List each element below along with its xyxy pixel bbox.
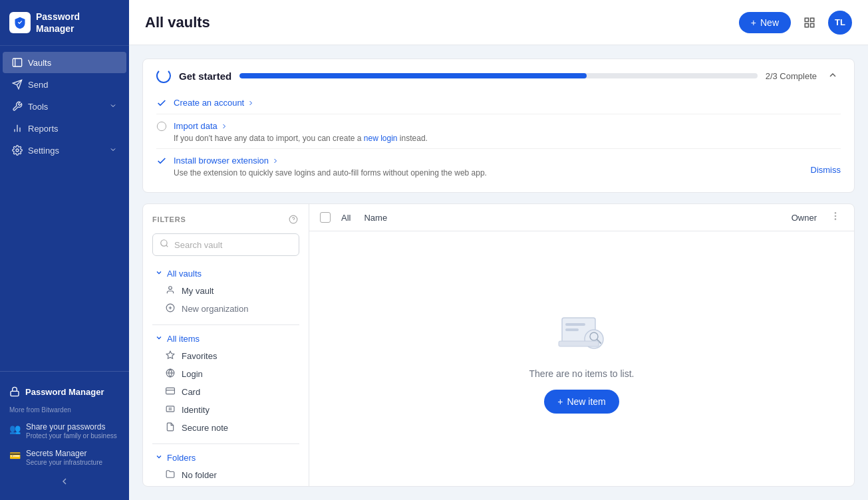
sidebar-item-reports[interactable]: Reports <box>3 118 126 139</box>
task-check-empty-icon <box>156 121 167 132</box>
all-vaults-header[interactable]: All vaults <box>152 265 299 282</box>
sidebar-item-send[interactable]: Send <box>3 74 126 95</box>
dismiss-button[interactable]: Dismiss <box>811 162 841 178</box>
get-started-header: Get started 2/3 Complete <box>156 68 841 83</box>
page-title: All vaults <box>145 14 210 31</box>
new-item-plus-icon: + <box>557 396 563 407</box>
task-check-done-icon <box>156 98 167 108</box>
avatar-button[interactable]: TL <box>828 11 852 35</box>
filter-section-items: All items Favorites Login <box>152 330 299 437</box>
grid-view-button[interactable] <box>797 11 821 35</box>
new-login-link[interactable]: new login <box>364 134 398 143</box>
sidebar-item-send-label: Send <box>28 80 48 90</box>
sidebar-footer: Password Manager More from Bitwarden 👥 S… <box>0 371 129 500</box>
sidebar-item-tools[interactable]: Tools <box>3 96 126 117</box>
new-item-button[interactable]: + New item <box>544 390 619 414</box>
filter-card[interactable]: Card <box>152 383 299 401</box>
import-data-desc-suffix: instead. <box>400 134 428 143</box>
filter-divider-1 <box>152 324 299 325</box>
secrets-manager-icon: 💳 <box>9 450 21 461</box>
search-box[interactable] <box>152 233 299 256</box>
share-passwords-text: Share your passwords Protect your family… <box>26 422 117 439</box>
progress-bar-fill <box>239 73 587 78</box>
filter-favorites[interactable]: Favorites <box>152 347 299 365</box>
folders-header[interactable]: Folders <box>152 449 299 466</box>
svg-point-13 <box>157 122 166 130</box>
collapse-get-started-button[interactable] <box>825 70 841 82</box>
new-button-label: New <box>760 17 779 28</box>
filter-secure-note[interactable]: Secure note <box>152 419 299 437</box>
tools-icon <box>12 101 23 112</box>
lower-content-row: FILTERS <box>142 203 855 487</box>
filter-no-folder[interactable]: No folder <box>152 466 299 484</box>
progress-spinner <box>156 68 171 83</box>
select-all-checkbox[interactable] <box>320 212 331 223</box>
avatar-initials: TL <box>835 17 845 27</box>
search-icon <box>160 239 169 251</box>
create-account-link[interactable]: Create an account <box>174 98 255 108</box>
import-data-link[interactable]: Import data <box>174 121 228 131</box>
svg-rect-25 <box>166 388 175 394</box>
filter-new-organization[interactable]: New organization <box>152 300 299 318</box>
search-input[interactable] <box>174 240 292 250</box>
main-area: All vaults + New TL Get started 2 <box>129 0 868 500</box>
filter-login[interactable]: Login <box>152 365 299 383</box>
col-name-label: Name <box>364 213 780 223</box>
bitwarden-logo <box>9 12 31 33</box>
share-passwords-promo[interactable]: 👥 Share your passwords Protect your fami… <box>0 418 129 444</box>
sidebar-item-settings[interactable]: Settings <box>3 140 126 161</box>
secrets-manager-sub: Secure your infrastructure <box>26 459 102 466</box>
task-import-data-content: Import data If you don't have any data t… <box>174 120 841 143</box>
collapse-sidebar-button[interactable] <box>0 471 129 492</box>
svg-rect-11 <box>805 23 808 27</box>
no-folder-label: No folder <box>182 470 217 480</box>
new-button[interactable]: + New <box>739 12 791 33</box>
task-install-extension-content: Install browser extension Use the extens… <box>174 154 804 178</box>
task-check-done-icon-2 <box>156 156 167 166</box>
svg-point-18 <box>169 287 172 290</box>
plus-icon: + <box>751 17 756 28</box>
items-chevron-icon <box>155 334 163 344</box>
topbar-actions: + New TL <box>739 11 852 35</box>
content-area: Get started 2/3 Complete Create an accou… <box>129 45 868 500</box>
lock-icon <box>9 386 20 397</box>
col-owner-label: Owner <box>792 213 817 223</box>
install-extension-link[interactable]: Install browser extension <box>174 156 279 166</box>
empty-text: There are no items to list. <box>529 368 635 379</box>
share-passwords-icon: 👥 <box>9 424 21 434</box>
filter-section-vaults: All vaults My vault New organization <box>152 265 299 318</box>
filter-my-vault[interactable]: My vault <box>152 282 299 300</box>
svg-marker-22 <box>166 351 174 358</box>
sidebar-title: Password Manager <box>36 11 120 35</box>
favorites-label: Favorites <box>182 351 217 361</box>
filters-header: FILTERS <box>152 213 299 225</box>
sidebar-footer-password-manager: Password Manager <box>0 380 129 404</box>
svg-rect-9 <box>805 18 808 21</box>
new-organization-label: New organization <box>182 304 248 314</box>
svg-point-16 <box>161 240 167 246</box>
more-options-icon[interactable] <box>827 211 843 224</box>
secrets-manager-label: Secrets Manager <box>26 449 102 458</box>
import-data-link-text: Import data <box>174 121 217 131</box>
secure-note-icon <box>166 422 176 434</box>
all-items-header[interactable]: All items <box>152 330 299 347</box>
secrets-manager-promo[interactable]: 💳 Secrets Manager Secure your infrastruc… <box>0 444 129 471</box>
filter-identity[interactable]: Identity <box>152 401 299 419</box>
more-from-label: More from Bitwarden <box>0 404 129 418</box>
filters-help-icon[interactable] <box>287 213 299 225</box>
filters-panel: FILTERS <box>143 204 309 486</box>
topbar: All vaults + New TL <box>129 0 868 45</box>
send-icon <box>12 79 23 90</box>
progress-label: 2/3 Complete <box>766 71 817 81</box>
star-icon <box>166 350 176 362</box>
login-label: Login <box>182 369 203 379</box>
vaults-chevron-icon <box>155 269 163 279</box>
my-vault-label: My vault <box>182 286 214 296</box>
items-list-header: All Name Owner <box>309 204 854 231</box>
sidebar-item-vaults[interactable]: Vaults <box>3 52 126 73</box>
filter-divider-2 <box>152 443 299 444</box>
globe-icon <box>166 368 176 380</box>
svg-point-32 <box>835 215 835 216</box>
sidebar-nav: Vaults Send Tools Reports <box>0 46 129 371</box>
svg-point-31 <box>835 213 835 213</box>
